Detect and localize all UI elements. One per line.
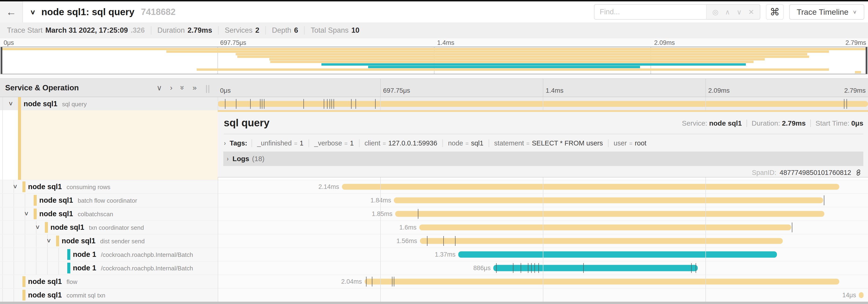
span-log-marker	[583, 263, 584, 273]
span-log-marker	[455, 236, 456, 246]
back-button[interactable]: ←	[0, 1, 23, 23]
collapse-controls: ∨›»»	[156, 83, 197, 92]
span-bar-cell[interactable]: 1.84ms	[218, 194, 868, 207]
equals-sign: =	[344, 140, 348, 147]
span-tree-cell[interactable]: node 1/cockroach.roachpb.Internal/Batch	[0, 262, 218, 275]
minimap-span-bar	[368, 66, 640, 68]
span-bar[interactable]	[218, 101, 868, 107]
summary-item: Total Spans10	[305, 26, 365, 35]
minimap-span-bar	[269, 58, 765, 61]
span-row[interactable]: node 1/cockroach.roachpb.Internal/Batch1…	[0, 247, 868, 261]
tree-indent-guide	[36, 234, 36, 247]
service-operation-header: Service & Operation ∨›»»	[0, 79, 218, 97]
timeline-tick-label: 2.09ms	[708, 87, 730, 94]
minimap-span-bar	[237, 56, 809, 58]
span-bar-cell[interactable]: 886μs	[218, 262, 868, 275]
span-row[interactable]: node 1/cockroach.roachpb.Internal/Batch8…	[0, 261, 868, 275]
span-tree-cell[interactable]: ∨node sql1sql query	[0, 97, 218, 111]
tags-row[interactable]: › Tags: _unfinished=1_verbose=1client=12…	[224, 137, 863, 150]
chevron-down-icon: ∨	[852, 9, 857, 15]
expand-all-icon[interactable]: »	[192, 83, 197, 92]
chevron-down-icon[interactable]: ∨	[35, 224, 40, 230]
span-operation-name: txn coordinator send	[89, 224, 144, 231]
expand-one-icon[interactable]: ›	[170, 83, 173, 92]
chevron-down-icon[interactable]: ∨	[12, 183, 18, 189]
column-resize-handle[interactable]	[206, 85, 209, 93]
span-tree-cell[interactable]: node sql1commit sql txn	[0, 289, 218, 302]
span-bar[interactable]	[493, 265, 698, 271]
span-row[interactable]: node sql1flow2.04ms	[0, 275, 868, 288]
span-bar-cell[interactable]: 2.14ms	[218, 180, 868, 193]
tree-indent-guide	[58, 262, 59, 275]
span-service-name: node 1/cockroach.roachpb.Internal/Batch	[73, 264, 193, 272]
minimap-drag-handle-right[interactable]	[866, 47, 867, 74]
span-bar-cell[interactable]: 2.04ms	[218, 275, 868, 288]
tag-value: 127.0.0.1:59936	[388, 139, 437, 147]
prev-result-icon[interactable]: ∧	[725, 8, 730, 16]
span-tree-cell[interactable]: node 1/cockroach.roachpb.Internal/Batch	[0, 248, 218, 261]
tree-indent-guide	[13, 194, 14, 207]
title-bar: ← ∨ node sql1: sql query 7418682 ◎ ∧ ∨ ✕…	[0, 1, 868, 23]
minimap-span-row	[1, 61, 867, 63]
minimap-drag-handle-left[interactable]	[1, 47, 2, 74]
search-input[interactable]	[594, 4, 706, 20]
chevron-down-icon[interactable]: ∨	[8, 100, 13, 106]
span-log-marker	[332, 99, 332, 109]
span-tree-cell[interactable]: ∨node sql1txn coordinator send	[0, 221, 218, 234]
span-bar-cell[interactable]	[218, 97, 868, 111]
span-bar[interactable]	[859, 292, 863, 298]
minimap-canvas[interactable]	[0, 47, 868, 74]
trace-view-dropdown[interactable]: Trace Timeline ∨	[789, 4, 864, 20]
timeline-header-cell: 697.75μs	[380, 79, 543, 97]
service-value: node sql1	[709, 119, 742, 127]
span-tree-cell[interactable]: ∨node sql1colbatchscan	[0, 207, 218, 221]
trace-minimap[interactable]: 0μs697.75μs1.4ms2.09ms2.79ms	[0, 38, 868, 78]
span-log-marker	[327, 99, 328, 109]
command-icon: ⌘	[770, 6, 780, 18]
span-row-root[interactable]: ∨node sql1sql query	[0, 97, 868, 111]
span-tree-cell[interactable]: ∨node sql1dist sender send	[0, 234, 218, 247]
span-row[interactable]: ∨node sql1dist sender send1.56ms	[0, 234, 868, 247]
span-bar[interactable]	[419, 225, 791, 231]
span-bar[interactable]	[420, 238, 783, 244]
span-duration-label: 1.84ms	[370, 197, 391, 204]
span-row[interactable]: ∨node sql1colbatchscan1.85ms	[0, 207, 868, 221]
collapse-all-icon[interactable]: ∨	[156, 83, 162, 92]
logs-row[interactable]: › Logs (18)	[223, 151, 863, 166]
span-tree-cell[interactable]: node sql1flow	[0, 275, 218, 288]
next-result-icon[interactable]: ∨	[737, 8, 742, 16]
span-row[interactable]: node sql1batch flow coordinator1.84ms	[0, 193, 868, 207]
span-bar-cell[interactable]: 1.56ms	[218, 234, 868, 247]
keyboard-shortcuts-button[interactable]: ⌘	[766, 4, 784, 20]
span-tree-cell[interactable]: ∨node sql1consuming rows	[0, 180, 218, 193]
span-tree-cell[interactable]: node sql1batch flow coordinator	[0, 194, 218, 207]
span-duration-label: 14μs	[842, 292, 856, 299]
span-bar-cell[interactable]: 14μs	[218, 289, 868, 302]
clear-search-icon[interactable]: ✕	[748, 8, 754, 16]
tree-indent-guide	[2, 234, 3, 247]
span-bar[interactable]	[394, 198, 823, 203]
span-bar[interactable]	[395, 211, 824, 217]
locate-icon[interactable]: ◎	[712, 8, 718, 16]
chevron-down-icon[interactable]: ∨	[46, 237, 52, 243]
span-operation-name: flow	[67, 278, 77, 285]
chevron-down-icon[interactable]: ∨	[30, 8, 36, 15]
collapse-one-icon[interactable]: »	[178, 86, 187, 90]
span-log-marker	[324, 99, 324, 109]
minimap-span-row	[1, 63, 867, 66]
span-bar[interactable]	[342, 184, 839, 190]
span-bar[interactable]	[365, 279, 839, 284]
span-bar[interactable]	[458, 251, 777, 258]
chevron-down-icon[interactable]: ∨	[24, 210, 29, 216]
span-bar-cell[interactable]: 1.37ms	[218, 248, 868, 261]
service-color-stripe	[23, 290, 26, 301]
span-row[interactable]: ∨node sql1txn coordinator send1.6ms	[0, 221, 868, 234]
span-bar-cell[interactable]: 1.6ms	[218, 221, 868, 234]
timeline-header-cell: 0μs	[218, 79, 380, 97]
span-bar-cell[interactable]: 1.85ms	[218, 207, 868, 221]
span-log-marker	[392, 277, 393, 286]
span-row[interactable]: node sql1commit sql txn14μs	[0, 288, 868, 302]
span-row[interactable]: ∨node sql1consuming rows2.14ms	[0, 180, 868, 193]
link-icon[interactable]	[855, 169, 862, 176]
horizontal-scrollbar[interactable]	[0, 302, 868, 304]
